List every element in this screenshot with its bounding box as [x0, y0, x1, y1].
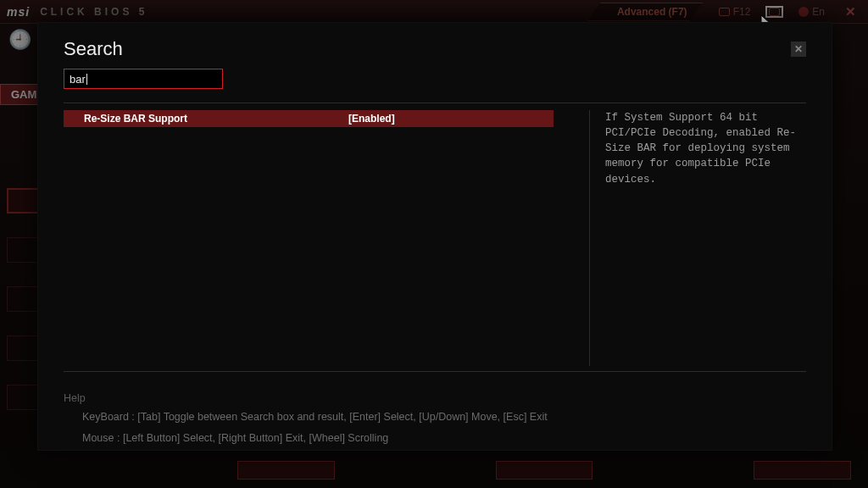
search-modal: Search ✕ bar Re-Size BAR Support [Enable…	[37, 22, 832, 451]
screenshot-button[interactable]: F12	[714, 4, 756, 19]
help-mouse: Mouse : [Left Button] Select, [Right But…	[64, 430, 806, 446]
modal-close-button[interactable]: ✕	[791, 42, 806, 57]
results-panel: Re-Size BAR Support [Enabled]	[64, 110, 554, 366]
product-title: CLICK BIOS 5	[40, 6, 147, 18]
help-keyboard: KeyBoard : [Tab] Toggle between Search b…	[64, 409, 806, 425]
language-label: En	[812, 6, 825, 18]
bottom-slot-1[interactable]	[237, 461, 335, 480]
result-name: Re-Size BAR Support	[64, 113, 348, 125]
brand-logo: msi	[7, 5, 30, 19]
modal-title: Search	[64, 38, 123, 60]
bottom-toolbar	[237, 461, 851, 480]
clock-icon: 🕘	[8, 29, 31, 51]
top-close-button[interactable]: ✕	[840, 3, 861, 21]
result-row[interactable]: Re-Size BAR Support [Enabled]	[64, 110, 554, 127]
flag-icon	[798, 7, 809, 17]
search-input-value: bar	[70, 73, 86, 86]
bottom-slot-3[interactable]	[754, 461, 851, 480]
help-heading: Help	[64, 392, 806, 404]
close-icon: ✕	[794, 43, 803, 55]
bios-topbar: msi CLICK BIOS 5 Advanced (F7) F12 En ✕	[0, 0, 868, 24]
hotkey-label: F12	[733, 6, 751, 18]
result-value: [Enabled]	[348, 113, 552, 125]
mode-tab-advanced[interactable]: Advanced (F7)	[587, 3, 704, 21]
text-caret	[86, 74, 87, 85]
divider	[64, 371, 806, 372]
description-panel: If System Support 64 bit PCI/PCIe Decodi…	[605, 110, 806, 366]
bookmark-icon	[769, 8, 780, 16]
search-input[interactable]: bar	[64, 69, 223, 89]
bottom-slot-2[interactable]	[496, 461, 593, 480]
help-block: Help KeyBoard : [Tab] Toggle between Sea…	[38, 392, 832, 446]
camera-icon	[719, 8, 730, 16]
favorites-button[interactable]	[765, 6, 783, 18]
divider	[64, 103, 806, 103]
language-selector[interactable]: En	[793, 4, 830, 19]
vertical-divider	[589, 110, 590, 366]
